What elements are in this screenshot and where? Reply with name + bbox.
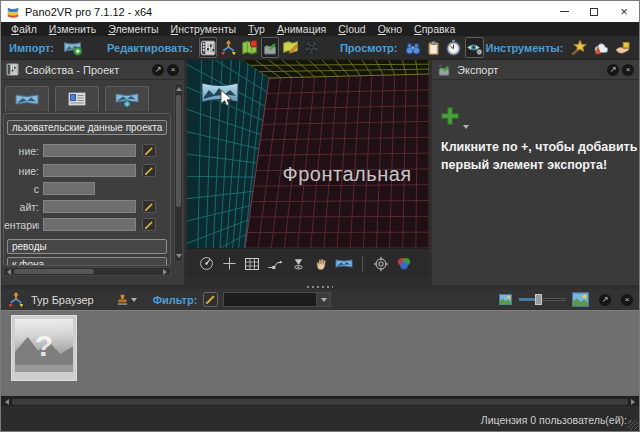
pin-editor-icon	[282, 39, 299, 56]
field-comments-label: ентарии:	[4, 218, 39, 232]
menu-animation[interactable]: Анимация	[271, 22, 332, 36]
viewer-3d-canvas[interactable]: Фронтальная	[187, 60, 429, 248]
field-title-input[interactable]	[43, 144, 136, 157]
filter-edit-button[interactable]	[203, 292, 218, 307]
field-row-website: айт:	[4, 200, 170, 214]
float-export-panel-button[interactable]: ↗	[607, 64, 619, 76]
map-button[interactable]	[240, 37, 259, 58]
target-icon	[373, 256, 389, 272]
panorama-view-button[interactable]	[334, 254, 354, 274]
main-toolbar: Импорт: Редактировать:	[1, 36, 639, 60]
patch-button[interactable]	[261, 37, 279, 58]
add-export-button[interactable]	[440, 106, 460, 126]
stamp-icon	[116, 293, 129, 307]
crosshair-button[interactable]	[219, 254, 239, 274]
large-thumbnail-icon	[572, 292, 589, 307]
export-panel-title: Экспорт	[457, 64, 604, 76]
properties-vertical-scrollbar[interactable]	[174, 83, 183, 262]
tour-browser-button[interactable]	[219, 37, 238, 58]
panorama-thumbnail[interactable]: ?	[11, 315, 77, 381]
properties-panel-header: Свойства - Проект ↗ ×	[1, 60, 184, 80]
float-panel-button[interactable]: ↗	[152, 64, 164, 76]
wizard-button[interactable]	[569, 37, 589, 58]
edit-title-button[interactable]	[142, 144, 156, 157]
add-export-caret-icon[interactable]	[463, 115, 469, 133]
properties-button[interactable]	[199, 37, 217, 58]
timer-button[interactable]	[444, 37, 463, 58]
field-website-input[interactable]	[43, 200, 136, 213]
menu-window[interactable]: Окно	[372, 22, 408, 36]
tour-browser-content[interactable]: ?	[1, 310, 639, 396]
field-description-input[interactable]	[43, 164, 136, 177]
section-translations[interactable]: реводы	[7, 239, 167, 254]
video-button[interactable]	[302, 37, 321, 58]
thumbnail-size-slider[interactable]	[519, 294, 565, 305]
star-wand-icon	[570, 39, 588, 56]
preview-button[interactable]	[403, 37, 423, 58]
menu-edit[interactable]: Изменить	[43, 22, 102, 36]
field-author-input[interactable]	[43, 182, 95, 195]
menu-elements[interactable]: Элементы	[102, 22, 164, 36]
close-export-panel-button[interactable]: ×	[622, 64, 634, 76]
menu-help[interactable]: Справка	[408, 22, 461, 36]
tab-output[interactable]	[105, 86, 149, 112]
filter-dropdown-button[interactable]	[317, 292, 331, 307]
section-user-data[interactable]: льзовательские данные проекта	[7, 120, 167, 135]
stamp-caret-icon	[131, 298, 137, 302]
tour-browser-icon	[220, 39, 237, 56]
menu-file[interactable]: Файл	[5, 22, 43, 36]
field-comments-input[interactable]	[43, 218, 136, 231]
thumbnail-image: ?	[15, 319, 73, 372]
tab-panorama[interactable]	[5, 86, 49, 112]
pencil-icon	[144, 220, 154, 230]
menu-tools[interactable]: Инструменты	[165, 22, 242, 36]
viewer-mode-button[interactable]	[465, 37, 484, 58]
pin-editor-button[interactable]	[281, 37, 300, 58]
pencil-icon	[205, 294, 216, 305]
stopwatch-icon	[445, 39, 462, 56]
properties-panel: Свойства - Проект ↗ ×	[1, 60, 184, 285]
tour-horizontal-scrollbar[interactable]	[1, 396, 639, 406]
panorama-tab-icon	[15, 92, 39, 107]
target-button[interactable]	[371, 254, 391, 274]
projection-button[interactable]	[288, 254, 308, 274]
menu-cloud[interactable]: Cloud	[332, 22, 371, 36]
clipboard-icon	[426, 40, 441, 56]
import-label: Импорт:	[9, 42, 54, 54]
menu-tour[interactable]: Тур	[242, 22, 271, 36]
maximize-button[interactable]	[579, 1, 609, 22]
properties-panel-title: Свойства - Проект	[25, 64, 149, 76]
section-background-sound[interactable]: к фона	[7, 257, 167, 266]
gauge-icon	[199, 256, 214, 271]
properties-tabs	[5, 86, 149, 112]
close-panel-button[interactable]: ×	[167, 64, 179, 76]
patch-icon	[262, 40, 278, 56]
close-tour-panel-button[interactable]: ×	[621, 294, 633, 306]
slider-knob[interactable]	[535, 294, 542, 305]
share-button[interactable]	[613, 37, 633, 58]
field-row-comments: ентарии:	[4, 218, 170, 232]
rgb-channels-button[interactable]	[394, 254, 414, 274]
notes-button[interactable]	[425, 37, 442, 58]
screen-button[interactable]	[242, 254, 262, 274]
cloud-publish-button[interactable]	[591, 37, 611, 58]
edit-comments-button[interactable]	[142, 218, 156, 231]
float-tour-panel-button[interactable]: ↗	[599, 294, 611, 306]
plus-icon	[440, 106, 460, 126]
resize-grip[interactable]	[628, 420, 638, 430]
minimize-button[interactable]	[549, 1, 579, 22]
import-panorama-button[interactable]	[62, 37, 84, 58]
properties-horizontal-scrollbar[interactable]	[3, 267, 171, 276]
stamp-tool-button[interactable]	[116, 293, 137, 307]
export-panel: Экспорт ↗ × Кликните по +, чтобы добавит…	[432, 60, 639, 285]
gauge-button[interactable]	[196, 254, 216, 274]
edit-description-button[interactable]	[142, 164, 156, 177]
cloud-icon	[592, 40, 610, 56]
close-button[interactable]: ×	[609, 1, 639, 22]
node-tool-button[interactable]	[265, 254, 285, 274]
edit-website-button[interactable]	[142, 200, 156, 213]
pan-hand-button[interactable]	[311, 254, 331, 274]
tab-user-data[interactable]	[55, 86, 99, 112]
splitter-handle[interactable]	[307, 286, 333, 288]
filter-input[interactable]	[223, 292, 317, 307]
